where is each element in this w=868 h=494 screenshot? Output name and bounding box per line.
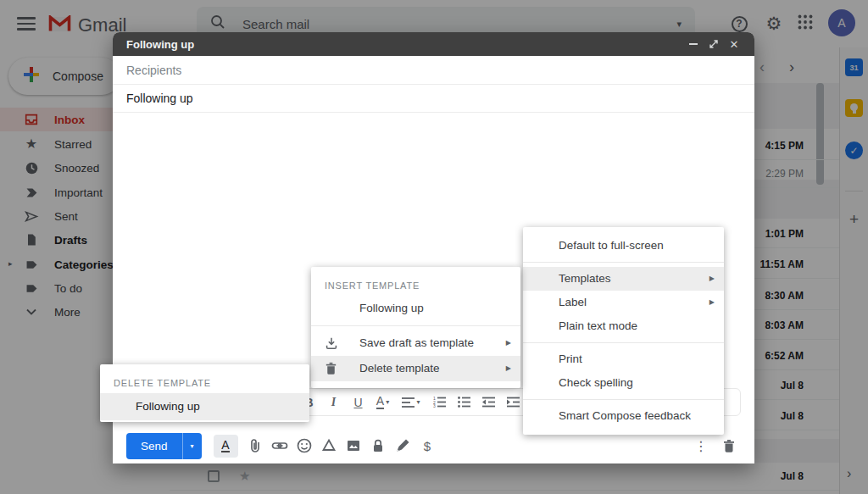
insert-link-icon[interactable] — [268, 435, 292, 458]
indent-more-button[interactable] — [501, 397, 526, 408]
money-icon[interactable]: $ — [415, 435, 440, 458]
text-color-button[interactable]: A▾ — [370, 395, 395, 409]
menu-item-label[interactable]: Label▶ — [523, 291, 724, 314]
insert-emoji-icon[interactable] — [292, 435, 317, 458]
caret-down-icon: ▾ — [416, 398, 420, 406]
menu-divider — [311, 325, 520, 326]
gmail-screen: Gmail Search mail ▾ ? ⚙ A Compose — [0, 0, 868, 494]
menu-divider — [523, 342, 724, 343]
numbered-list-button[interactable]: 123 — [427, 397, 452, 408]
subject-row — [113, 85, 754, 113]
italic-button[interactable]: I — [321, 396, 346, 409]
compose-title: Following up — [126, 38, 682, 51]
caret-down-icon: ▾ — [386, 398, 389, 406]
menu-item-save-draft-as-template[interactable]: Save draft as template ▶ — [311, 330, 520, 356]
send-button[interactable]: Send ▾ — [126, 433, 202, 459]
menu-item-delete-following-up[interactable]: Following up — [100, 393, 309, 420]
insert-signature-icon[interactable] — [391, 435, 415, 458]
drive-icon[interactable] — [317, 435, 342, 458]
menu-item-smart-compose-feedback[interactable]: Smart Compose feedback — [523, 404, 724, 428]
delete-template-submenu: DELETE TEMPLATE Following up — [100, 364, 309, 422]
minimize-icon[interactable] — [685, 36, 702, 53]
send-label[interactable]: Send — [126, 433, 182, 459]
trash-icon — [324, 360, 341, 377]
menu-item-template-following-up[interactable]: Following up — [311, 296, 520, 321]
compose-options-menu: Default to full-screen Templates▶ Label▶… — [523, 227, 724, 435]
insert-photo-icon[interactable] — [342, 435, 366, 458]
send-options-caret-icon[interactable]: ▾ — [182, 433, 202, 459]
menu-item-delete-template[interactable]: Delete template ▶ — [311, 356, 520, 381]
templates-submenu: INSERT TEMPLATE Following up Save draft … — [311, 267, 520, 388]
insert-template-header: INSERT TEMPLATE — [311, 275, 520, 296]
recipients-row — [113, 56, 754, 85]
menu-item-plain-text[interactable]: Plain text mode — [523, 314, 724, 338]
confidential-mode-icon[interactable] — [366, 435, 391, 458]
recipients-field[interactable] — [126, 64, 741, 77]
menu-item-check-spelling[interactable]: Check spelling — [523, 371, 724, 395]
indent-less-button[interactable] — [476, 397, 501, 408]
align-button[interactable]: ▾ — [395, 397, 427, 408]
svg-text:3: 3 — [433, 403, 436, 408]
submenu-arrow-icon: ▶ — [506, 356, 511, 381]
bulleted-list-button[interactable] — [452, 397, 476, 408]
menu-item-fullscreen[interactable]: Default to full-screen — [523, 234, 724, 258]
popout-icon[interactable] — [705, 36, 722, 53]
attach-files-icon[interactable] — [243, 435, 268, 458]
menu-item-templates[interactable]: Templates▶ — [523, 267, 724, 291]
subject-field[interactable] — [126, 92, 741, 105]
close-icon[interactable]: ✕ — [726, 36, 743, 53]
underline-button[interactable]: U — [346, 396, 370, 409]
compose-header[interactable]: Following up ✕ — [113, 32, 754, 56]
delete-template-header: DELETE TEMPLATE — [100, 373, 309, 393]
discard-draft-trash-icon[interactable] — [716, 435, 741, 458]
submenu-arrow-icon: ▶ — [709, 267, 715, 291]
save-template-icon — [324, 335, 341, 352]
submenu-arrow-icon: ▶ — [709, 291, 715, 314]
menu-divider — [523, 262, 724, 263]
menu-divider — [523, 399, 724, 400]
formatting-options-button[interactable]: A — [214, 435, 238, 458]
menu-item-print[interactable]: Print — [523, 347, 724, 371]
more-send-options-icon[interactable]: ⋮ — [693, 438, 709, 454]
submenu-arrow-icon: ▶ — [506, 330, 511, 356]
